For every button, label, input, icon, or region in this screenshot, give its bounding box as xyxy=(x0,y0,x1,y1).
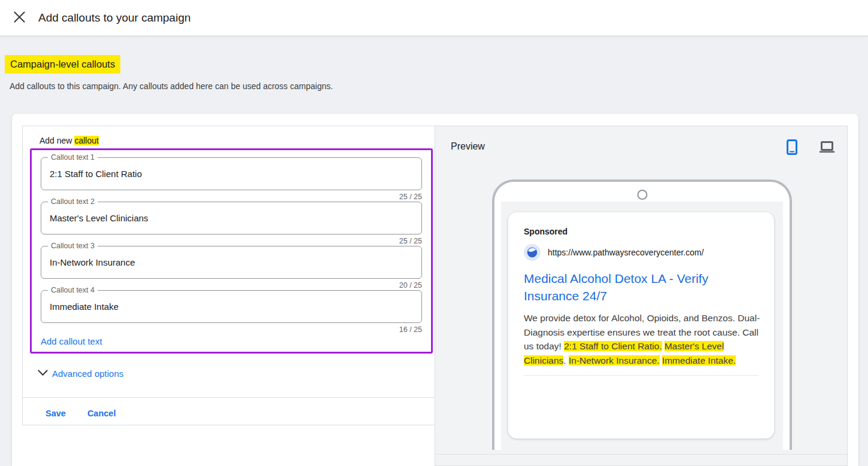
cancel-button[interactable]: Cancel xyxy=(87,405,116,422)
callout-text-2-counter: 25 / 25 xyxy=(41,234,422,246)
callout-field-group-4: Callout text 4 16 / 25 xyxy=(41,290,422,334)
ad-description: We provide detox for Alcohol, Opioids, a… xyxy=(524,311,762,367)
form-actions: Save Cancel xyxy=(45,405,116,422)
globe-icon xyxy=(524,244,541,261)
add-new-label-prefix: Add new xyxy=(40,136,74,145)
callout-text-3-counter: 20 / 25 xyxy=(41,279,422,290)
add-new-label-highlight: callout xyxy=(74,136,98,145)
ad-description-segment: . xyxy=(563,355,569,366)
ad-display-url: https://www.pathwaysrecoverycenter.com/ xyxy=(548,248,704,257)
ad-preview-card: Sponsored https://www.pathwaysrecoveryce… xyxy=(508,212,774,438)
ad-url-row: https://www.pathwaysrecoverycenter.com/ xyxy=(524,244,758,261)
section-subtitle: Add callouts to this campaign. Any callo… xyxy=(10,81,333,91)
phone-camera-icon xyxy=(637,190,647,200)
callout-text-4-input[interactable] xyxy=(50,301,413,312)
advanced-options-label: Advanced options xyxy=(52,368,123,379)
dialog-header: Add callouts to your campaign xyxy=(0,0,868,36)
callout-text-1-counter: 25 / 25 xyxy=(41,190,422,202)
callouts-card: Add new callout Callout text 1 25 / 25 C… xyxy=(12,114,858,466)
callout-text-3-input[interactable] xyxy=(50,257,413,267)
callout-text-2-input[interactable] xyxy=(50,213,413,223)
callout-form-panel: Add new callout Callout text 1 25 / 25 C… xyxy=(22,126,435,425)
laptop-icon xyxy=(819,141,835,155)
desktop-preview-button[interactable] xyxy=(818,139,835,156)
preview-device-toggle xyxy=(784,139,835,156)
smartphone-icon xyxy=(786,139,798,157)
add-new-callout-label: Add new callout xyxy=(40,136,99,145)
callout-text-3-field[interactable]: Callout text 3 xyxy=(41,246,422,279)
callout-text-4-field[interactable]: Callout text 4 xyxy=(41,290,422,323)
callout-text-1-input[interactable] xyxy=(50,169,413,179)
advanced-options-toggle[interactable]: Advanced options xyxy=(38,368,123,379)
add-callout-text-link[interactable]: Add callout text xyxy=(41,336,102,346)
callout-text-2-label: Callout text 2 xyxy=(48,197,98,206)
sponsored-label: Sponsored xyxy=(524,227,758,236)
form-actions-divider xyxy=(23,397,435,398)
callout-text-2-field[interactable]: Callout text 2 xyxy=(41,202,422,234)
callout-field-group-1: Callout text 1 25 / 25 xyxy=(41,157,422,202)
callout-text-4-label: Callout text 4 xyxy=(48,286,98,295)
ad-headline: Medical Alcohol Detox LA - Verify Insura… xyxy=(524,270,762,304)
preview-panel-bottom-divider xyxy=(435,454,847,455)
close-icon xyxy=(14,11,25,25)
callout-text-3-label: Callout text 3 xyxy=(48,242,98,251)
callout-text-4-counter: 16 / 25 xyxy=(41,323,422,334)
close-button[interactable] xyxy=(7,6,31,30)
save-button[interactable]: Save xyxy=(45,405,66,422)
preview-panel: Preview xyxy=(435,126,848,466)
ad-card-divider xyxy=(524,375,758,376)
phone-screen: Sponsored https://www.pathwaysrecoveryce… xyxy=(501,202,783,450)
ad-callout-highlight: Immediate Intake. xyxy=(662,355,736,366)
callout-field-group-2: Callout text 2 25 / 25 xyxy=(41,202,422,246)
preview-title: Preview xyxy=(451,141,485,152)
mobile-preview-button[interactable] xyxy=(784,139,800,156)
phone-mockup: Sponsored https://www.pathwaysrecoveryce… xyxy=(492,179,792,450)
chevron-down-icon xyxy=(38,368,48,379)
ad-callout-highlight: 2:1 Staff to Client Ratio. xyxy=(564,341,661,351)
callout-field-group-3: Callout text 3 20 / 25 xyxy=(41,246,422,290)
ad-callout-highlight: In-Network Insurance. xyxy=(569,355,660,366)
callout-text-1-field[interactable]: Callout text 1 xyxy=(41,157,422,190)
callout-fields-annotation-box: Callout text 1 25 / 25 Callout text 2 25… xyxy=(30,148,433,354)
callout-text-1-label: Callout text 1 xyxy=(48,153,98,162)
page-title: Add callouts to your campaign xyxy=(38,11,191,25)
section-title: Campaign-level callouts xyxy=(5,55,120,74)
